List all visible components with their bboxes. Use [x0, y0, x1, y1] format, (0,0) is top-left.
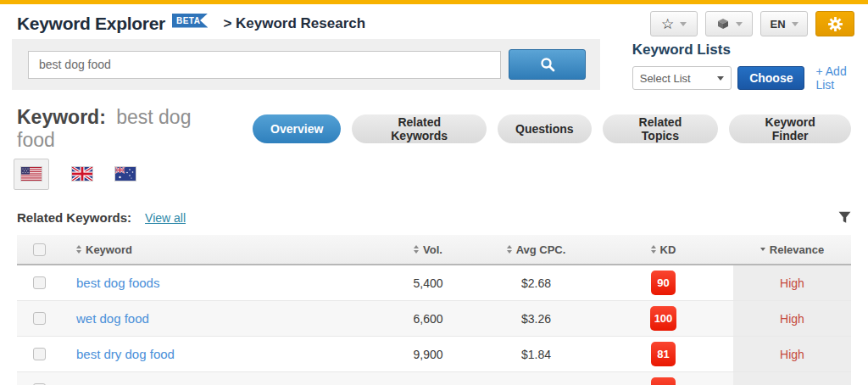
keyword-search-input[interactable] [28, 51, 501, 79]
filter-icon[interactable] [838, 211, 851, 224]
row-checkbox[interactable] [33, 276, 46, 289]
au-flag-icon [115, 167, 136, 181]
page-title-label: Keyword: [17, 106, 106, 128]
tab-related-topics[interactable]: Related Topics [603, 114, 719, 143]
kd-badge: 100 [650, 306, 677, 331]
tabs: Overview Related Keywords Questions Rela… [253, 114, 851, 143]
tab-related-keywords[interactable]: Related Keywords [352, 114, 487, 143]
us-flag-icon [21, 167, 42, 181]
flag-australia[interactable] [115, 167, 136, 181]
toolbar: ☆ EN [650, 11, 854, 36]
table-row: best dry dog food 9,900 $1.84 81 High [17, 337, 851, 372]
search-section: Keyword Lists Select List Choose + Add L… [0, 39, 868, 92]
header-kd[interactable]: KD [593, 243, 733, 256]
uk-flag-icon [72, 167, 92, 181]
app-header: Keyword Explorer BETA > Keyword Research… [0, 4, 868, 36]
keyword-list-select-value: Select List [640, 72, 691, 85]
keyword-link[interactable]: wet dog food [76, 311, 149, 326]
chevron-down-icon [792, 22, 798, 26]
vol-value: 5,400 [377, 276, 479, 290]
related-keywords-table: Keyword Vol. Avg CPC. KD Relevance best … [17, 235, 851, 385]
brand: Keyword Explorer BETA > Keyword Research [17, 14, 365, 34]
flag-united-kingdom[interactable] [72, 167, 92, 181]
header-avg-cpc[interactable]: Avg CPC. [479, 243, 593, 256]
tab-questions[interactable]: Questions [498, 114, 591, 143]
search-button[interactable] [509, 49, 586, 80]
app-title: Keyword Explorer [17, 14, 165, 34]
keyword-link[interactable]: best dry dog food [76, 347, 175, 361]
chevron-down-icon [680, 22, 687, 26]
select-all-checkbox[interactable] [33, 243, 46, 256]
sort-icon [651, 245, 656, 254]
kd-badge: 81 [651, 342, 676, 366]
language-label: EN [770, 18, 785, 31]
cpc-value: $3.26 [479, 312, 593, 326]
add-list-link[interactable]: + Add List [815, 64, 868, 92]
favorites-button[interactable]: ☆ [650, 11, 698, 36]
choose-button[interactable]: Choose [737, 66, 804, 90]
keyword-list-select[interactable]: Select List [632, 66, 732, 90]
settings-button[interactable] [815, 11, 854, 36]
beta-badge: BETA [172, 14, 208, 28]
keyword-link[interactable]: best dog foods [76, 276, 159, 290]
cpc-value: $1.84 [479, 348, 593, 361]
tab-keyword-finder[interactable]: Keyword Finder [729, 114, 851, 143]
page-title: Keyword: best dog food [17, 106, 231, 152]
sort-icon [76, 245, 81, 254]
section-title: Related Keywords: [17, 210, 131, 225]
view-all-link[interactable]: View all [145, 211, 186, 225]
related-keywords-header: Related Keywords: View all [17, 210, 851, 225]
chevron-down-icon [736, 22, 743, 26]
header-keyword[interactable]: Keyword [61, 243, 377, 256]
sort-icon [414, 245, 419, 254]
sort-icon [507, 245, 512, 254]
relevance-value: High [780, 312, 804, 326]
row-checkbox[interactable] [33, 312, 46, 325]
breadcrumb: > Keyword Research [223, 15, 365, 32]
cube-icon [716, 17, 730, 31]
magnifier-icon [539, 56, 556, 73]
vol-value: 9,900 [377, 348, 479, 361]
vol-value: 6,600 [377, 312, 479, 326]
gear-icon [827, 16, 843, 32]
country-selector [14, 158, 868, 190]
page-heading-row: Keyword: best dog food Overview Related … [17, 106, 851, 152]
keyword-lists-panel: Keyword Lists Select List Choose + Add L… [632, 39, 868, 92]
relevance-value: High [780, 348, 804, 361]
tab-overview[interactable]: Overview [253, 114, 341, 143]
row-checkbox[interactable] [33, 348, 46, 360]
header-relevance[interactable]: Relevance [733, 235, 851, 264]
relevance-value: High [780, 276, 804, 290]
header-vol[interactable]: Vol. [377, 243, 479, 256]
apps-button[interactable] [705, 11, 753, 36]
keyword-lists-title: Keyword Lists [632, 42, 868, 59]
star-icon: ☆ [661, 17, 674, 31]
table-row: wet dog food 6,600 $3.26 100 High [17, 301, 851, 337]
cpc-value: $2.68 [479, 276, 593, 290]
table-header-row: Keyword Vol. Avg CPC. KD Relevance [17, 235, 851, 265]
table-row: best dog foods 5,400 $2.68 90 High [17, 265, 851, 301]
chevron-down-icon [717, 76, 724, 81]
language-button[interactable]: EN [760, 11, 808, 36]
sort-desc-icon [760, 248, 765, 251]
kd-badge: 90 [651, 377, 676, 385]
flag-united-states[interactable] [14, 159, 49, 190]
table-row: wet dogs food 6,600 $2.15 90 High [17, 372, 851, 385]
search-panel [12, 39, 600, 90]
kd-badge: 90 [651, 271, 676, 295]
